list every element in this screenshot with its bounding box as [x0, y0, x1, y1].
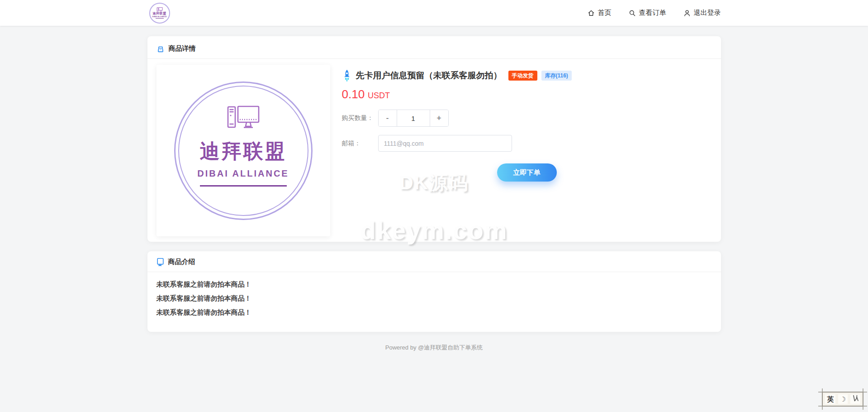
- nav-link-label: 查看订单: [639, 9, 666, 17]
- quantity-minus-button[interactable]: -: [379, 110, 397, 126]
- computer-icon: [157, 7, 163, 12]
- nav-link-label: 退出登录: [694, 9, 721, 17]
- product-title-row: 先卡用户信息预留（未联系客服勿拍） 手动发货 库存(116): [342, 69, 712, 82]
- home-icon: [588, 10, 595, 17]
- computer-icon: [227, 105, 260, 131]
- email-field[interactable]: [378, 135, 512, 152]
- main-content: 商品详情: [147, 36, 721, 352]
- price-amount: 0.10: [342, 87, 365, 101]
- logo-mini-line: [156, 18, 164, 19]
- footer-text: Powered by @迪拜联盟自助下单系统: [147, 344, 721, 352]
- quantity-label: 购买数量：: [342, 114, 378, 122]
- logo-cn: 迪拜联盟: [200, 138, 287, 165]
- ime-frame-line: [822, 388, 823, 410]
- price: 0.10 USDT: [342, 87, 712, 101]
- logo-en: DIBAI ALLIANCE: [197, 168, 289, 179]
- intro-line: 未联系客服之前请勿拍本商品！: [157, 291, 712, 305]
- quantity-plus-button[interactable]: +: [430, 110, 448, 126]
- moon-icon[interactable]: ☽: [838, 394, 848, 404]
- nav-links: 首页 查看订单 退出登录: [588, 9, 721, 17]
- price-currency: USDT: [368, 91, 390, 101]
- product-detail-card: 商品详情: [147, 36, 721, 242]
- section-title: 商品介绍: [168, 258, 195, 266]
- product-info: 先卡用户信息预留（未联系客服勿拍） 手动发货 库存(116) 0.10 USDT…: [342, 65, 712, 236]
- nav-link-home[interactable]: 首页: [588, 9, 612, 17]
- intro-line: 未联系客服之前请勿拍本商品！: [157, 277, 712, 291]
- user-icon: [683, 10, 691, 17]
- ime-toolbar: 英 ☽: [822, 392, 863, 407]
- rocket-icon: [342, 69, 352, 82]
- product-intro-body: 未联系客服之前请勿拍本商品！ 未联系客服之前请勿拍本商品！ 未联系客服之前请勿拍…: [147, 272, 721, 332]
- product-detail-body: 迪拜联盟 DIBAI ALLIANCE: [147, 59, 721, 242]
- bag-icon: [157, 45, 165, 53]
- brush-icon[interactable]: [850, 394, 860, 404]
- ime-language-toggle[interactable]: 英: [825, 394, 835, 404]
- intro-line: 未联系客服之前请勿拍本商品！: [157, 305, 712, 319]
- stock-badge: 库存(116): [541, 71, 572, 81]
- navbar: 迪拜联盟 DIBAI ALLIANCE 首页: [0, 0, 868, 26]
- search-icon: [629, 10, 636, 17]
- product-intro-header: 商品介绍: [147, 251, 721, 272]
- product-detail-header: 商品详情: [147, 36, 721, 59]
- nav-link-orders[interactable]: 查看订单: [629, 9, 666, 17]
- logo-mini-en: DIBAI ALLIANCE: [152, 15, 166, 18]
- nav-link-label: 首页: [598, 9, 612, 17]
- order-button[interactable]: 立即下单: [497, 163, 557, 182]
- product-image: 迪拜联盟 DIBAI ALLIANCE: [157, 65, 330, 236]
- navbar-inner: 迪拜联盟 DIBAI ALLIANCE 首页: [147, 0, 721, 26]
- nav-link-logout[interactable]: 退出登录: [683, 9, 721, 17]
- site-logo[interactable]: 迪拜联盟 DIBAI ALLIANCE: [149, 3, 170, 24]
- product-intro-card: 商品介绍 未联系客服之前请勿拍本商品！ 未联系客服之前请勿拍本商品！ 未联系客服…: [147, 251, 721, 332]
- email-row: 邮箱：: [342, 135, 712, 152]
- ime-frame-line: [863, 388, 863, 410]
- logo-line: [200, 185, 287, 187]
- logo-content: 迪拜联盟 DIBAI ALLIANCE: [197, 105, 289, 187]
- bookmark-icon: [157, 258, 164, 266]
- dibai-alliance-logo: 迪拜联盟 DIBAI ALLIANCE: [174, 81, 313, 220]
- quantity-row: 购买数量： - 1 +: [342, 110, 712, 127]
- product-title: 先卡用户信息预留（未联系客服勿拍）: [356, 70, 502, 81]
- email-label: 邮箱：: [342, 139, 378, 148]
- quantity-stepper: - 1 +: [378, 110, 449, 127]
- shipping-badge: 手动发货: [508, 71, 537, 81]
- section-title: 商品详情: [169, 44, 196, 53]
- quantity-value[interactable]: 1: [397, 110, 430, 126]
- logo-mini-cn: 迪拜联盟: [153, 12, 166, 15]
